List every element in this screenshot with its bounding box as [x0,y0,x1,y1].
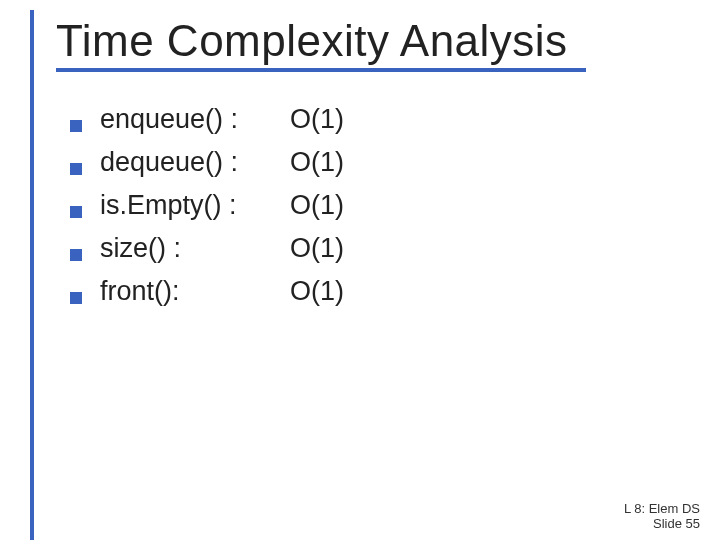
operation-label: front(): [100,276,290,307]
footer-line2: Slide 55 [624,516,700,532]
bullet-icon [70,206,82,218]
footer-line1: L 8: Elem DS [624,501,700,517]
slide-title: Time Complexity Analysis [56,16,586,72]
body: enqueue() : O(1) dequeue() : O(1) is.Emp… [70,100,680,319]
operation-label: enqueue() : [100,104,290,135]
list-item: size() : O(1) [70,233,680,264]
operation-label: size() : [100,233,290,264]
accent-bar [30,10,34,540]
list-item: is.Empty() : O(1) [70,190,680,221]
complexity-value: O(1) [290,190,344,221]
complexity-value: O(1) [290,233,344,264]
bullet-icon [70,292,82,304]
bullet-icon [70,120,82,132]
complexity-value: O(1) [290,104,344,135]
title-wrap: Time Complexity Analysis [56,16,700,72]
bullet-icon [70,249,82,261]
bullet-icon [70,163,82,175]
footer: L 8: Elem DS Slide 55 [624,501,700,532]
list-item: enqueue() : O(1) [70,104,680,135]
slide: Time Complexity Analysis enqueue() : O(1… [0,0,720,540]
complexity-value: O(1) [290,276,344,307]
operation-label: dequeue() : [100,147,290,178]
operation-label: is.Empty() : [100,190,290,221]
complexity-value: O(1) [290,147,344,178]
list-item: dequeue() : O(1) [70,147,680,178]
list-item: front(): O(1) [70,276,680,307]
